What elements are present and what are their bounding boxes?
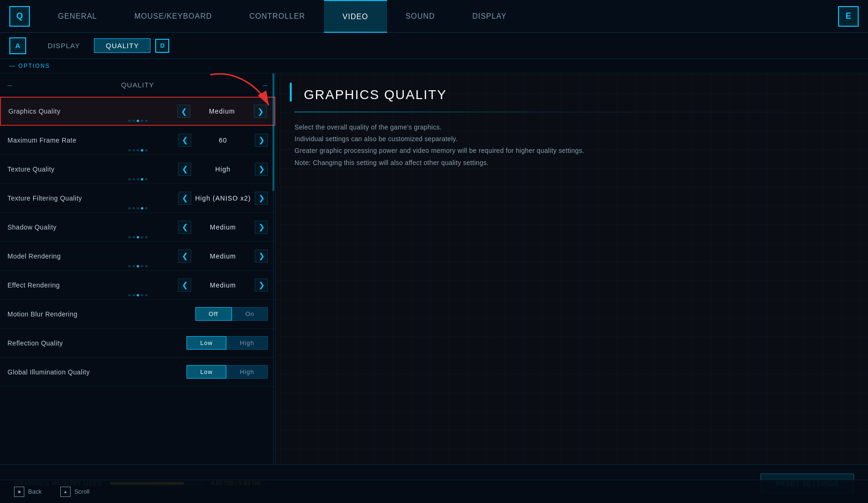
toggle-reflection-high[interactable]: High bbox=[226, 336, 268, 350]
setting-value-model-rendering: Medium bbox=[195, 252, 251, 260]
main-content: Quality Graphics Quality ❮ Medium ❯ bbox=[0, 73, 868, 464]
setting-label-texture-quality: Texture Quality bbox=[7, 165, 178, 173]
setting-value-frame-rate: 60 bbox=[195, 137, 251, 144]
setting-graphics-quality[interactable]: Graphics Quality ❮ Medium ❯ bbox=[0, 97, 275, 126]
toggle-motion-blur: Off On bbox=[195, 307, 268, 321]
arrow-left-texture-quality[interactable]: ❮ bbox=[178, 163, 191, 176]
setting-reflection-quality[interactable]: Reflection Quality Low High bbox=[0, 329, 275, 358]
toggle-reflection-quality: Low High bbox=[187, 336, 268, 350]
nav-left-badge: Q bbox=[9, 6, 30, 27]
toggle-reflection-low[interactable]: Low bbox=[187, 336, 226, 350]
toggle-motion-blur-on[interactable]: On bbox=[232, 307, 268, 321]
sub-nav-quality[interactable]: Quality bbox=[94, 38, 151, 53]
footer-nav: ■ Back ▲ Scroll bbox=[0, 480, 868, 503]
setting-control-model-rendering: ❮ Medium ❯ bbox=[178, 250, 268, 263]
settings-panel: Quality Graphics Quality ❮ Medium ❯ bbox=[0, 73, 276, 464]
top-nav: Q General Mouse/Keyboard Controller Vide… bbox=[0, 0, 868, 33]
dots-frame-rate bbox=[128, 149, 147, 151]
footer-back[interactable]: ■ Back bbox=[14, 487, 42, 497]
setting-control-shadow-quality: ❮ Medium ❯ bbox=[178, 221, 268, 234]
setting-control-frame-rate: ❮ 60 ❯ bbox=[178, 134, 268, 147]
setting-control-texture-filtering: ❮ High (ANISO x2) ❯ bbox=[178, 192, 268, 205]
arrow-left-model-rendering[interactable]: ❮ bbox=[178, 250, 191, 263]
setting-value-texture-filtering: High (ANISO x2) bbox=[195, 194, 251, 202]
sub-nav-right-badge: D bbox=[155, 39, 169, 53]
sub-nav-display[interactable]: Display bbox=[34, 33, 94, 59]
back-icon: ■ bbox=[14, 487, 24, 497]
toggle-illumination-high[interactable]: High bbox=[226, 365, 268, 379]
tab-controller[interactable]: Controller bbox=[231, 0, 324, 33]
dots-shadow-quality bbox=[128, 236, 147, 238]
setting-shadow-quality[interactable]: Shadow Quality ❮ Medium ❯ bbox=[0, 213, 275, 242]
info-panel: Graphics Quality Select the overall qual… bbox=[276, 73, 868, 464]
arrow-left-texture-filtering[interactable]: ❮ bbox=[178, 192, 191, 205]
arrow-right-shadow-quality[interactable]: ❯ bbox=[255, 221, 268, 234]
sub-nav-left-badge: A bbox=[9, 37, 26, 54]
arrow-right-frame-rate[interactable]: ❯ bbox=[255, 134, 268, 147]
info-divider bbox=[294, 112, 849, 112]
tab-sound[interactable]: Sound bbox=[387, 0, 454, 33]
setting-label-reflection-quality: Reflection Quality bbox=[7, 339, 187, 347]
arrow-right-texture-quality[interactable]: ❯ bbox=[255, 163, 268, 176]
scroll-indicator[interactable] bbox=[273, 73, 274, 464]
setting-value-texture-quality: High bbox=[195, 165, 251, 173]
scroll-icon: ▲ bbox=[60, 487, 71, 497]
setting-label-model-rendering: Model Rendering bbox=[7, 252, 178, 260]
setting-label-graphics-quality: Graphics Quality bbox=[8, 108, 177, 115]
dots-effect-rendering bbox=[128, 294, 147, 296]
setting-max-frame-rate[interactable]: Maximum Frame Rate ❮ 60 ❯ bbox=[0, 126, 275, 155]
arrow-right-effect-rendering[interactable]: ❯ bbox=[255, 279, 268, 292]
arrow-right-model-rendering[interactable]: ❯ bbox=[255, 250, 268, 263]
setting-control-effect-rendering: ❮ Medium ❯ bbox=[178, 279, 268, 292]
arrow-left-shadow-quality[interactable]: ❮ bbox=[178, 221, 191, 234]
options-label: — OPTIONS bbox=[0, 59, 868, 73]
dots-texture-quality bbox=[128, 178, 147, 180]
footer-scroll[interactable]: ▲ Scroll bbox=[60, 487, 90, 497]
setting-global-illumination[interactable]: Global Illumination Quality Low High bbox=[0, 358, 275, 387]
section-header: Quality bbox=[0, 73, 275, 97]
setting-model-rendering[interactable]: Model Rendering ❮ Medium ❯ bbox=[0, 242, 275, 271]
sub-nav: A Display Quality D bbox=[0, 33, 868, 59]
setting-value-graphics-quality: Medium bbox=[194, 108, 250, 115]
nav-right-badge: E bbox=[838, 6, 859, 27]
dots-model-rendering bbox=[128, 265, 147, 267]
setting-label-effect-rendering: Effect Rendering bbox=[7, 281, 178, 289]
setting-label-texture-filtering: Texture Filtering Quality bbox=[7, 194, 178, 202]
dots-texture-filtering bbox=[128, 207, 147, 209]
tab-general[interactable]: General bbox=[39, 0, 115, 33]
settings-list: Graphics Quality ❮ Medium ❯ bbox=[0, 97, 275, 464]
setting-label-shadow-quality: Shadow Quality bbox=[7, 223, 178, 231]
arrow-left-effect-rendering[interactable]: ❮ bbox=[178, 279, 191, 292]
setting-control-graphics-quality: ❮ Medium ❯ bbox=[177, 105, 267, 118]
setting-motion-blur[interactable]: Motion Blur Rendering Off On bbox=[0, 300, 275, 329]
toggle-illumination-low[interactable]: Low bbox=[187, 365, 226, 379]
setting-control-texture-quality: ❮ High ❯ bbox=[178, 163, 268, 176]
info-description: Select the overall quality of the game's… bbox=[294, 122, 849, 169]
tab-video[interactable]: Video bbox=[324, 0, 387, 33]
arrow-left-graphics-quality[interactable]: ❮ bbox=[177, 105, 190, 118]
setting-label-frame-rate: Maximum Frame Rate bbox=[7, 137, 178, 144]
arrow-right-texture-filtering[interactable]: ❯ bbox=[255, 192, 268, 205]
tab-mouse-keyboard[interactable]: Mouse/Keyboard bbox=[115, 0, 230, 33]
setting-texture-filtering[interactable]: Texture Filtering Quality ❮ High (ANISO … bbox=[0, 184, 275, 213]
arrow-right-graphics-quality[interactable]: ❯ bbox=[254, 105, 267, 118]
setting-value-shadow-quality: Medium bbox=[195, 223, 251, 231]
setting-label-global-illumination: Global Illumination Quality bbox=[7, 368, 187, 376]
setting-texture-quality[interactable]: Texture Quality ❮ High ❯ bbox=[0, 155, 275, 184]
scroll-thumb bbox=[273, 73, 274, 191]
info-title: Graphics Quality bbox=[304, 87, 849, 102]
toggle-global-illumination: Low High bbox=[187, 365, 268, 379]
tab-display[interactable]: Display bbox=[453, 0, 525, 33]
toggle-motion-blur-off[interactable]: Off bbox=[195, 307, 232, 321]
setting-effect-rendering[interactable]: Effect Rendering ❮ Medium ❯ bbox=[0, 271, 275, 300]
setting-label-motion-blur: Motion Blur Rendering bbox=[7, 310, 195, 318]
setting-value-effect-rendering: Medium bbox=[195, 281, 251, 289]
dots-graphics-quality bbox=[128, 120, 147, 122]
arrow-left-frame-rate[interactable]: ❮ bbox=[178, 134, 191, 147]
